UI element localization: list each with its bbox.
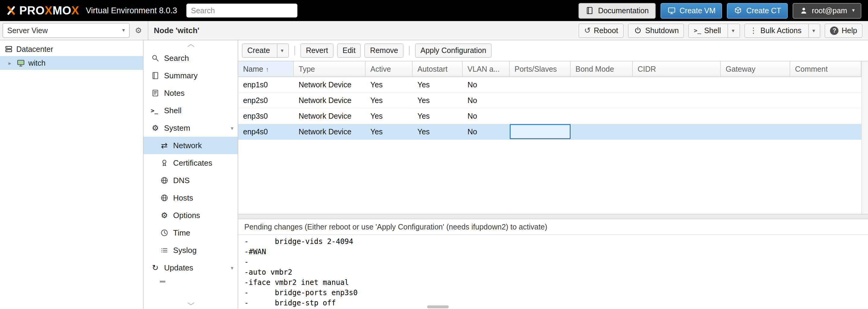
expander-icon[interactable]: ▸ [8, 60, 13, 66]
revert-button[interactable]: Revert [300, 43, 334, 58]
proxmox-logo[interactable]: PROXMOX [7, 5, 79, 16]
cell-gateway[interactable] [721, 108, 790, 124]
column-header-bond-mode[interactable]: Bond Mode [570, 62, 633, 76]
cell-type[interactable]: Network Device [294, 77, 366, 92]
table-row[interactable]: enp1s0 Network Device Yes Yes No [238, 77, 861, 93]
reboot-button[interactable]: ↺ Reboot [579, 23, 623, 38]
menu-item-syslog[interactable]: Syslog [144, 242, 238, 259]
menu-item-network[interactable]: ⇄ Network [144, 137, 238, 154]
bulk-actions-caret[interactable]: ▾ [808, 24, 815, 37]
global-search-input[interactable] [186, 4, 297, 18]
cell-active[interactable]: Yes [366, 124, 412, 139]
chevron-down-icon[interactable]: ▾ [231, 125, 234, 131]
remove-button[interactable]: Remove [365, 43, 404, 58]
menu-scroll-up[interactable] [144, 41, 238, 49]
cell-autostart[interactable]: Yes [412, 93, 463, 108]
apply-configuration-button[interactable]: Apply Configuration [415, 43, 492, 58]
cell-ports-slaves[interactable] [510, 108, 570, 124]
cell-bond-mode[interactable] [570, 77, 633, 92]
user-menu-button[interactable]: root@pam ▾ [793, 3, 861, 19]
cell-name[interactable]: enp2s0 [238, 93, 294, 108]
cell-gateway[interactable] [721, 93, 790, 108]
shell-button[interactable]: >_ Shell ▾ [688, 23, 740, 38]
menu-item-notes[interactable]: Notes [144, 84, 238, 102]
table-row[interactable]: enp3s0 Network Device Yes Yes No [238, 108, 861, 124]
horizontal-scrollbar-thumb[interactable] [427, 305, 449, 308]
cell-type[interactable]: Network Device [294, 108, 366, 124]
menu-item-hosts[interactable]: Hosts [144, 189, 238, 207]
cell-active[interactable]: Yes [366, 77, 412, 92]
cell-bond-mode[interactable] [570, 124, 633, 139]
table-row[interactable]: enp2s0 Network Device Yes Yes No [238, 93, 861, 108]
cell-comment[interactable] [790, 77, 861, 92]
cell-active[interactable]: Yes [366, 108, 412, 124]
cell-cidr[interactable] [633, 108, 721, 124]
column-header-ports-slaves[interactable]: Ports/Slaves [510, 62, 570, 76]
menu-item-search[interactable]: Search [144, 49, 238, 67]
shutdown-button[interactable]: Shutdown [628, 23, 684, 38]
column-header-cidr[interactable]: CIDR [633, 62, 721, 76]
cell-vlan-aware[interactable]: No [463, 77, 510, 92]
menu-item-time[interactable]: Time [144, 224, 238, 242]
create-ct-button[interactable]: Create CT [727, 3, 788, 19]
menu-item-summary[interactable]: Summary [144, 67, 238, 84]
search-icon [151, 54, 160, 62]
edit-button[interactable]: Edit [337, 43, 361, 58]
cell-comment[interactable] [790, 93, 861, 108]
menu-item-shell[interactable]: >_ Shell [144, 102, 238, 119]
diff-line: - bridge-vids 2-4094 [244, 237, 868, 247]
tree-item-witch[interactable]: ▸ witch [0, 56, 143, 70]
shell-menu-caret[interactable]: ▾ [727, 24, 734, 37]
cell-cidr[interactable] [633, 124, 721, 139]
column-header-gateway[interactable]: Gateway [721, 62, 790, 76]
cell-type[interactable]: Network Device [294, 93, 366, 108]
column-header-autostart[interactable]: Autostart [412, 62, 463, 76]
cell-vlan-aware[interactable]: No [463, 108, 510, 124]
panel-splitter[interactable] [238, 214, 868, 219]
cell-ports-slaves[interactable] [510, 93, 570, 108]
documentation-button[interactable]: Documentation [579, 3, 655, 19]
cell-comment[interactable] [790, 108, 861, 124]
focused-cell-ports-slaves[interactable] [510, 124, 570, 139]
cell-cidr[interactable] [633, 77, 721, 92]
menu-item-dns[interactable]: DNS [144, 172, 238, 189]
chevron-down-icon[interactable]: ▾ [231, 265, 234, 271]
column-header-name[interactable]: Name ↑ [238, 62, 294, 76]
cell-bond-mode[interactable] [570, 93, 633, 108]
cell-type[interactable]: Network Device [294, 124, 366, 139]
create-menu-caret[interactable]: ▾ [277, 44, 283, 57]
cell-ports-slaves[interactable] [510, 77, 570, 92]
menu-item-options[interactable]: ⚙ Options [144, 207, 238, 224]
cell-name[interactable]: enp1s0 [238, 77, 294, 92]
cell-autostart[interactable]: Yes [412, 124, 463, 139]
help-button[interactable]: ? Help [825, 23, 863, 38]
column-header-type[interactable]: Type [294, 62, 366, 76]
menu-scroll-down[interactable] [144, 300, 238, 308]
column-header-active[interactable]: Active [366, 62, 412, 76]
cell-autostart[interactable]: Yes [412, 77, 463, 92]
vertical-scrollbar[interactable] [861, 62, 868, 214]
cell-name[interactable]: enp3s0 [238, 108, 294, 124]
cell-vlan-aware[interactable]: No [463, 124, 510, 139]
menu-item-system[interactable]: ⚙ System ▾ [144, 119, 238, 137]
cell-vlan-aware[interactable]: No [463, 93, 510, 108]
cell-bond-mode[interactable] [570, 108, 633, 124]
menu-item-updates[interactable]: ↻ Updates ▾ [144, 259, 238, 276]
create-vm-button[interactable]: Create VM [660, 3, 722, 19]
cell-active[interactable]: Yes [366, 93, 412, 108]
column-header-comment[interactable]: Comment [790, 62, 861, 76]
cell-cidr[interactable] [633, 93, 721, 108]
tree-item-datacenter[interactable]: Datacenter [0, 42, 143, 56]
column-header-vlan-aware[interactable]: VLAN a... [463, 62, 510, 76]
view-mode-select[interactable]: Server View ▾ [2, 23, 130, 38]
menu-item-certificates[interactable]: Certificates [144, 154, 238, 172]
bulk-actions-button[interactable]: ⋮ Bulk Actions ▾ [744, 23, 820, 38]
cell-comment[interactable] [790, 124, 861, 139]
cell-name[interactable]: enp4s0 [238, 124, 294, 139]
create-button[interactable]: Create ▾ [242, 43, 289, 58]
tree-settings-button[interactable]: ⚙ [131, 24, 145, 37]
cell-autostart[interactable]: Yes [412, 108, 463, 124]
table-row-selected[interactable]: enp4s0 Network Device Yes Yes No [238, 124, 861, 140]
cell-gateway[interactable] [721, 124, 790, 139]
cell-gateway[interactable] [721, 77, 790, 92]
